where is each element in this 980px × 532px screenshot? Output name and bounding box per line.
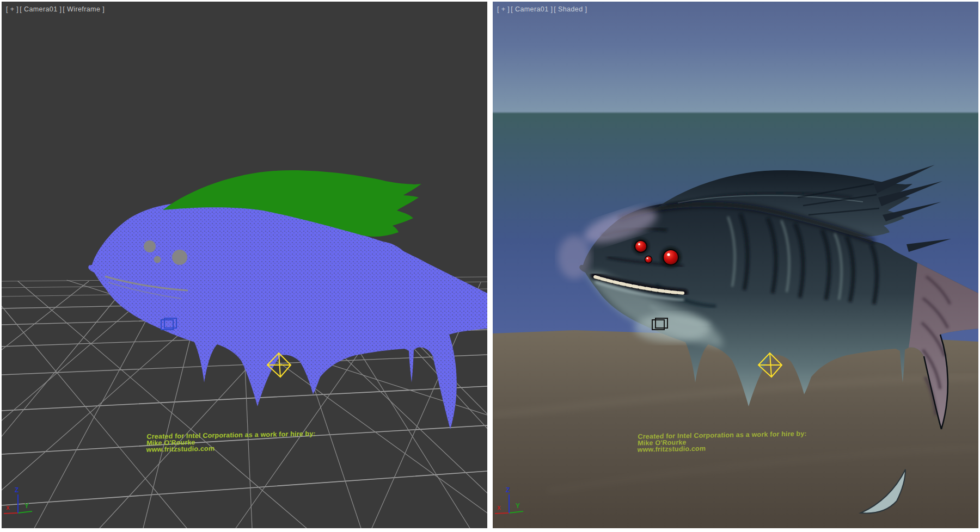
viewport-pov-menu[interactable]: [ Camera01 ] (511, 5, 553, 13)
viewport-label: [ + ][ Camera01 ][ Wireframe ] (6, 5, 106, 13)
viewport-area: [ + ][ Camera01 ][ Wireframe ] (0, 0, 980, 532)
viewport-wireframe[interactable]: [ + ][ Camera01 ][ Wireframe ] (2, 2, 487, 528)
eye-medium (144, 240, 156, 252)
viewport-shading-menu[interactable]: [ Shaded ] (554, 5, 587, 13)
viewport-shaded[interactable]: [ + ][ Camera01 ][ Shaded ] (493, 2, 978, 528)
axis-z-label: Z (15, 486, 19, 494)
viewport-general-menu[interactable]: [ + ] (497, 5, 510, 13)
fish-body-stipple (88, 202, 487, 429)
viewport-shading-menu[interactable]: [ Wireframe ] (63, 5, 105, 13)
viewport-label: [ + ][ Camera01 ][ Shaded ] (497, 5, 588, 13)
watermark-text: Created for Intel Corporation as a work … (146, 430, 316, 453)
eye-small (154, 256, 161, 263)
axis-x-label: x (6, 504, 10, 511)
eye-large (663, 250, 678, 265)
axis-y-label: Y (516, 502, 520, 510)
eye-small (645, 256, 652, 263)
viewport-general-menu[interactable]: [ + ] (6, 5, 19, 13)
fish-mesh-wireframe[interactable] (88, 170, 487, 429)
axis-x-label: x (497, 504, 501, 511)
world-axis-gizmo: x Y Z (4, 486, 32, 514)
eye-medium (635, 240, 647, 252)
axis-z-label: Z (506, 486, 510, 494)
eye-large (172, 250, 187, 265)
viewport-pov-menu[interactable]: [ Camera01 ] (20, 5, 62, 13)
watermark-text: Created for Intel Corporation as a work … (637, 430, 807, 453)
axis-y-label: Y (24, 502, 29, 510)
